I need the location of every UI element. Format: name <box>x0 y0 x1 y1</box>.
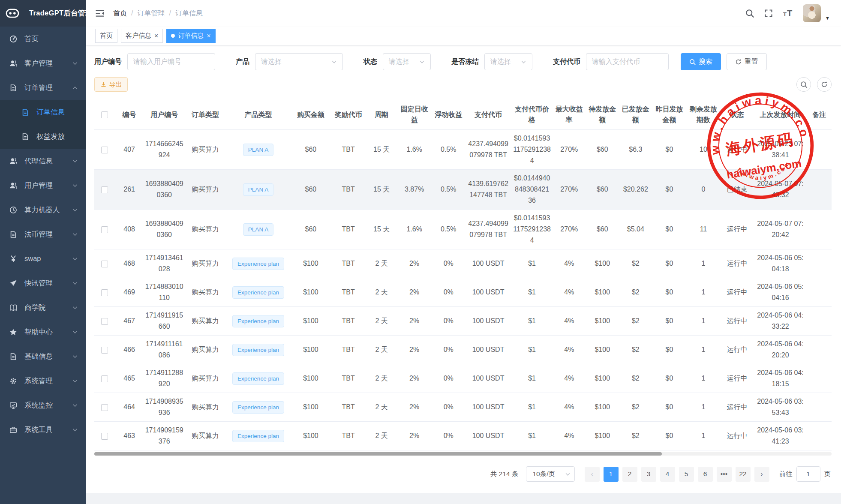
cell-fixed-daily: 2% <box>397 249 432 278</box>
sidebar-item-system-management[interactable]: 系统管理 <box>0 369 86 393</box>
cell-order-type: 购买算力 <box>185 422 225 450</box>
fullscreen-icon[interactable] <box>764 9 773 18</box>
sidebar-item-system-tools[interactable]: 系统工具 <box>0 417 86 442</box>
scrollbar-thumb[interactable] <box>94 452 662 456</box>
sidebar-item-help-center[interactable]: 帮助中心 <box>0 320 86 344</box>
pagination-total: 共 214 条 <box>490 470 518 479</box>
page-button-1[interactable]: 1 <box>604 467 619 482</box>
row-checkbox[interactable] <box>101 375 108 382</box>
search-button[interactable]: 搜索 <box>681 53 721 70</box>
gear-icon <box>9 377 19 385</box>
row-checkbox[interactable] <box>101 347 108 354</box>
tab-customer-info[interactable]: 客户信息× <box>121 29 163 43</box>
pay-token-input[interactable]: 请输入支付代币 <box>586 53 669 70</box>
product-select[interactable]: 请选择 <box>255 53 343 70</box>
cell-status: 运行中 <box>721 422 754 450</box>
tab-order-info[interactable]: 订单信息× <box>166 29 215 43</box>
cell-period: 2 天 <box>366 393 396 422</box>
sidebar-item-order-management[interactable]: 订单管理 <box>0 75 86 100</box>
chevron-down-icon <box>565 471 571 477</box>
table-row: 26116938804090360购买算力PLAN A$60TBT15 天3.8… <box>94 170 832 210</box>
sidebar-item-hashpower-robot[interactable]: 算力机器人 <box>0 198 86 222</box>
row-checkbox[interactable] <box>101 318 108 325</box>
breadcrumb-item[interactable]: 首页 <box>113 9 127 18</box>
sidebar-item-customer-management[interactable]: 客户管理 <box>0 51 86 75</box>
cell-pending: $60 <box>586 210 619 249</box>
page-button-2[interactable]: 2 <box>622 467 637 482</box>
sidebar-item-user-management[interactable]: 用户管理 <box>0 173 86 198</box>
tab-home[interactable]: 首页 <box>95 29 117 43</box>
prev-page-button[interactable]: ‹ <box>585 467 600 482</box>
cell-period: 2 天 <box>366 307 396 336</box>
more-pages-button[interactable]: ••• <box>717 467 732 482</box>
close-icon[interactable]: × <box>154 33 158 39</box>
cell-status: 运行中 <box>721 249 754 278</box>
sidebar-subitem-order-info[interactable]: 订单信息 <box>0 100 86 124</box>
page-button-6[interactable]: 6 <box>698 467 713 482</box>
cell-pay-token-price: $1 <box>511 307 553 336</box>
cell-pay-token: 100 USDT <box>465 336 511 364</box>
document-icon <box>9 231 19 238</box>
user-avatar[interactable] <box>803 4 821 22</box>
main-area: 首页/订单管理/订单信息 TT ▼ 首页客户信息×订单信息× 用户编号 请输入用… <box>86 0 841 504</box>
cell-last-time: 2025-06-23 07:38:41 <box>754 130 807 170</box>
cell-remaining: 11 <box>686 210 721 249</box>
row-checkbox[interactable] <box>101 147 108 153</box>
table-refresh-icon[interactable] <box>817 77 832 92</box>
cell-pay-token-price: $1 <box>511 422 553 450</box>
row-checkbox[interactable] <box>101 289 108 296</box>
cell-floating: 0% <box>432 364 465 393</box>
column-header: 最大收益率 <box>553 99 586 130</box>
sidebar-item-business-school[interactable]: 商学院 <box>0 295 86 320</box>
filter-status-label: 状态 <box>363 57 377 66</box>
select-all-checkbox[interactable] <box>101 111 108 118</box>
frozen-select[interactable]: 请选择 <box>484 53 532 70</box>
page-size-select[interactable]: 10条/页 <box>526 466 575 482</box>
sidebar-subitem-rights-issuance[interactable]: 权益发放 <box>0 124 86 149</box>
sidebar-item-basic-info[interactable]: 基础信息 <box>0 344 86 369</box>
sidebar-item-news-management[interactable]: 快讯管理 <box>0 271 86 295</box>
export-button[interactable]: 导出 <box>94 77 128 92</box>
table-search-toggle-icon[interactable] <box>796 77 811 92</box>
column-header: 状态 <box>721 99 754 130</box>
sidebar-item-swap[interactable]: swap <box>0 246 86 271</box>
status-select[interactable]: 请选择 <box>383 53 431 70</box>
page-button-22[interactable]: 22 <box>736 467 751 482</box>
horizontal-scrollbar <box>94 452 832 456</box>
next-page-button[interactable]: › <box>754 467 769 482</box>
row-select-cell <box>94 307 115 336</box>
sidebar-collapse-icon[interactable] <box>95 9 105 18</box>
cell-plan: PLAN A <box>225 170 291 210</box>
cell-issued: $20.262 <box>619 170 652 210</box>
sidebar-item-home[interactable]: 首页 <box>0 27 86 51</box>
sidebar-item-fiat-management[interactable]: 法币管理 <box>0 222 86 246</box>
page-button-5[interactable]: 5 <box>679 467 694 482</box>
cell-remaining: 1 <box>686 307 721 336</box>
search-icon[interactable] <box>745 9 754 18</box>
cell-fixed-daily: 2% <box>397 393 432 422</box>
page-button-4[interactable]: 4 <box>660 467 675 482</box>
cell-plan: Experience plan <box>225 393 291 422</box>
cell-reward-token: TBT <box>330 393 366 422</box>
sidebar-item-system-monitor[interactable]: 系统监控 <box>0 393 86 417</box>
page-button-3[interactable]: 3 <box>641 467 656 482</box>
row-checkbox[interactable] <box>101 404 108 411</box>
row-checkbox[interactable] <box>101 261 108 267</box>
user-menu-caret-icon[interactable]: ▼ <box>825 15 830 21</box>
row-checkbox[interactable] <box>101 186 108 193</box>
reset-button[interactable]: 重置 <box>727 53 767 70</box>
column-header: 周期 <box>366 99 396 130</box>
cell-plan: Experience plan <box>225 364 291 393</box>
close-icon[interactable]: × <box>207 33 210 39</box>
row-checkbox[interactable] <box>101 433 108 440</box>
goto-page-input[interactable]: 1 <box>796 466 820 482</box>
cell-floating: 0.5% <box>432 130 465 170</box>
font-size-icon[interactable]: TT <box>783 9 793 18</box>
row-checkbox[interactable] <box>101 226 108 233</box>
sidebar-item-agent-info[interactable]: 代理信息 <box>0 149 86 173</box>
cell-period: 2 天 <box>366 422 396 450</box>
column-header: 已发放金额 <box>619 99 652 130</box>
user-id-input[interactable]: 请输入用户编号 <box>127 53 215 70</box>
cell-remark <box>807 170 832 210</box>
cell-fixed-daily: 2% <box>397 278 432 307</box>
